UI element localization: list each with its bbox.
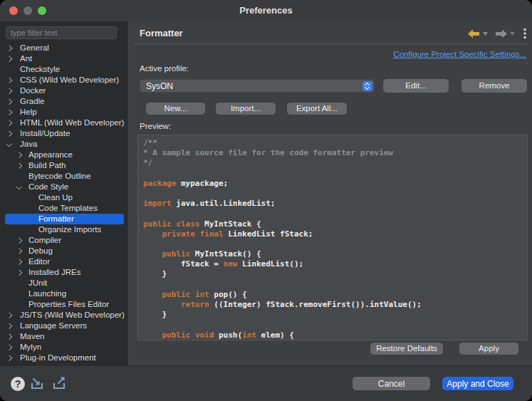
sidebar-item-ant[interactable]: Ant: [0, 53, 126, 64]
sidebar-item-label: Clean Up: [0, 193, 73, 202]
sidebar-item-label: Language Servers: [0, 321, 87, 330]
configure-project-settings-link[interactable]: Configure Project Specific Settings...: [393, 50, 526, 58]
sidebar-item-bytecode-outline[interactable]: Bytecode Outline: [0, 171, 126, 182]
sidebar-item-gradle[interactable]: Gradle: [0, 96, 126, 107]
cancel-button[interactable]: Cancel: [353, 377, 430, 390]
sidebar-item-properties-files-editor[interactable]: Properties Files Editor: [0, 299, 126, 310]
sidebar-item-docker[interactable]: Docker: [0, 85, 126, 96]
sidebar-item-label: Formatter: [0, 214, 74, 223]
sidebar-item-mylyn[interactable]: Mylyn: [0, 342, 126, 353]
code-line: /**: [143, 138, 527, 148]
formatter-page: Formatter Configure Project Specific Set…: [128, 21, 532, 365]
code-line: [143, 209, 527, 219]
sidebar-item-clean-up[interactable]: Clean Up: [0, 192, 126, 203]
code-line: public MyIntStack() {: [143, 249, 527, 259]
sidebar-item-label: Debug: [0, 246, 53, 255]
select-stepper-icon: [363, 81, 372, 91]
sidebar-item-debug[interactable]: Debug: [0, 246, 126, 256]
sidebar-item-label: JS/TS (Wild Web Developer): [0, 311, 125, 319]
new-button[interactable]: New...: [146, 103, 205, 115]
sidebar-item-label: General: [0, 43, 49, 52]
code-preview[interactable]: /*** A sample source file for the code f…: [137, 135, 528, 340]
filter-input[interactable]: [6, 26, 117, 39]
code-line: }: [143, 269, 527, 279]
sidebar-item-label: Code Style: [0, 182, 68, 191]
sidebar-item-language-servers[interactable]: Language Servers: [0, 321, 126, 331]
sidebar-item-label: Compiler: [0, 236, 61, 244]
code-line: package mypackage;: [143, 179, 527, 189]
preview-label: Preview:: [140, 122, 171, 130]
sidebar-item-help[interactable]: Help: [0, 107, 126, 118]
preferences-sidebar: GeneralAntCheckstyleCSS (Wild Web Develo…: [0, 21, 127, 365]
restore-defaults-button[interactable]: Restore Defaults: [370, 343, 443, 355]
code-line: return ((Integer) fStack.removeFirst()).…: [143, 300, 527, 310]
code-line: }: [143, 310, 527, 320]
apply-and-close-button[interactable]: Apply and Close: [442, 377, 513, 390]
sidebar-item-label: Properties Files Editor: [0, 300, 109, 308]
sidebar-item-code-templates[interactable]: Code Templates: [0, 203, 126, 214]
code-line: fStack = new LinkedList();: [143, 259, 527, 269]
page-title: Formatter: [140, 28, 183, 38]
sidebar-item-label: Java: [0, 140, 37, 148]
sidebar-item-maven[interactable]: Maven: [0, 331, 126, 342]
sidebar-item-launching[interactable]: Launching: [0, 288, 126, 299]
sidebar-item-compiler[interactable]: Compiler: [0, 235, 126, 246]
forward-dropdown-icon[interactable]: [510, 32, 515, 36]
sidebar-item-label: Organize Imports: [0, 225, 101, 234]
code-line: [143, 280, 527, 290]
edit-button[interactable]: Edit...: [383, 79, 449, 93]
sidebar-item-junit[interactable]: JUnit: [0, 278, 126, 288]
sidebar-item-editor[interactable]: Editor: [0, 256, 126, 267]
active-profile-value: SysON: [146, 81, 173, 91]
code-line: public class MyIntStack {: [143, 219, 527, 229]
apply-button[interactable]: Apply: [459, 343, 518, 355]
sidebar-item-label: Bytecode Outline: [0, 172, 91, 180]
sidebar-item-label: Installed JREs: [0, 268, 81, 276]
import-button[interactable]: Import...: [216, 103, 276, 115]
sidebar-item-label: Appearance: [0, 150, 73, 159]
export-all-button[interactable]: Export All...: [287, 103, 347, 115]
export-preferences-icon[interactable]: [52, 377, 68, 391]
sidebar-item-label: Code Templates: [0, 204, 98, 212]
code-line: [143, 239, 527, 249]
sidebar-item-label: Mylyn: [0, 343, 41, 351]
code-line: import java.util.LinkedList;: [143, 199, 527, 209]
remove-button[interactable]: Remove: [461, 79, 527, 93]
sidebar-item-appearance[interactable]: Appearance: [0, 150, 126, 160]
sidebar-item-install-update[interactable]: Install/Update: [0, 128, 126, 139]
sidebar-item-label: Build Path: [0, 161, 66, 170]
sidebar-item-label: HTML (Wild Web Developer): [0, 118, 124, 127]
sidebar-item-code-style[interactable]: Code Style: [0, 182, 126, 192]
sidebar-item-general[interactable]: General: [0, 43, 126, 53]
code-line: [143, 169, 527, 179]
forward-icon[interactable]: [495, 29, 507, 38]
title-bar: Preferences: [0, 0, 532, 22]
sidebar-item-installed-jres[interactable]: Installed JREs: [0, 267, 126, 278]
sidebar-item-js-ts-wild-web-developer-[interactable]: JS/TS (Wild Web Developer): [0, 310, 126, 321]
help-icon[interactable]: ?: [11, 377, 25, 391]
sidebar-item-plug-in-development[interactable]: Plug-in Development: [0, 353, 126, 363]
sidebar-item-java[interactable]: Java: [0, 139, 126, 150]
sidebar-item-checkstyle[interactable]: Checkstyle: [0, 64, 126, 75]
sidebar-item-label: Editor: [0, 257, 50, 266]
view-menu-icon[interactable]: [523, 28, 526, 39]
sidebar-item-label: CSS (Wild Web Developer): [0, 75, 119, 84]
sidebar-item-build-path[interactable]: Build Path: [0, 160, 126, 171]
back-dropdown-icon[interactable]: [483, 32, 488, 36]
sidebar-item-label: Docker: [0, 86, 46, 95]
sidebar-item-formatter[interactable]: Formatter: [0, 214, 126, 224]
sidebar-item-organize-imports[interactable]: Organize Imports: [0, 224, 126, 235]
sidebar-item-label: Gradle: [0, 97, 45, 105]
code-line: public void push(int elem) {: [143, 330, 527, 340]
active-profile-select[interactable]: SysON: [140, 79, 375, 93]
sidebar-item-css-wild-web-developer-[interactable]: CSS (Wild Web Developer): [0, 75, 126, 85]
window-title: Preferences: [0, 5, 532, 16]
code-line: public int pop() {: [143, 290, 527, 300]
back-icon[interactable]: [468, 29, 480, 38]
sidebar-item-label: Ant: [0, 54, 32, 63]
dialog-footer: ? Cancel Apply and Close: [0, 365, 532, 401]
code-line: [143, 189, 527, 199]
sidebar-item-html-wild-web-developer-[interactable]: HTML (Wild Web Developer): [0, 118, 126, 128]
import-preferences-icon[interactable]: [30, 377, 46, 391]
sidebar-item-label: Maven: [0, 332, 45, 340]
